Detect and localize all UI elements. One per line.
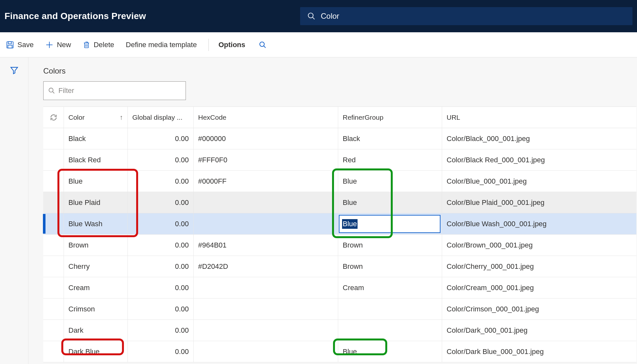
cell-hexcode[interactable] bbox=[194, 341, 338, 362]
cell-url[interactable]: Color/Cream_000_001.jpeg bbox=[442, 277, 636, 298]
col-header-url[interactable]: URL bbox=[442, 107, 636, 128]
cell-refinergroup[interactable]: Blue bbox=[338, 341, 442, 362]
cell-url[interactable]: Color/Blue_000_001.jpeg bbox=[442, 171, 636, 192]
col-header-global-display[interactable]: Global display ... bbox=[128, 107, 194, 128]
table-row[interactable]: Cherry0.00#D2042DBrownColor/Cherry_000_0… bbox=[43, 256, 636, 277]
grid-filter-input[interactable] bbox=[58, 86, 186, 95]
cell-color[interactable]: Blue Plaid bbox=[64, 192, 128, 213]
table-row[interactable]: Blue Plaid0.00BlueColor/Blue Plaid_000_0… bbox=[43, 192, 636, 213]
cell-hexcode[interactable] bbox=[194, 192, 338, 213]
global-search[interactable] bbox=[300, 7, 632, 25]
row-selector[interactable] bbox=[43, 298, 64, 319]
cell-color[interactable]: Cherry bbox=[64, 256, 128, 277]
editing-cell[interactable]: Blue bbox=[339, 215, 440, 233]
cell-hexcode[interactable] bbox=[194, 213, 338, 234]
cell-color[interactable]: Blue Wash bbox=[64, 213, 128, 234]
app-title: Finance and Operations Preview bbox=[5, 11, 146, 21]
cell-hexcode[interactable] bbox=[194, 298, 338, 319]
global-search-input[interactable] bbox=[321, 12, 632, 21]
cell-refinergroup[interactable]: Red bbox=[338, 149, 442, 170]
cell-hexcode[interactable]: #0000FF bbox=[194, 171, 338, 192]
cell-color[interactable]: Brown bbox=[64, 235, 128, 256]
cell-color[interactable]: Dark bbox=[64, 320, 128, 341]
row-selector[interactable] bbox=[43, 256, 64, 277]
cell-global-display[interactable]: 0.00 bbox=[128, 277, 194, 298]
row-selector[interactable] bbox=[43, 171, 64, 192]
cell-url[interactable]: Color/Black_000_001.jpeg bbox=[442, 128, 636, 149]
options-button[interactable]: Options bbox=[208, 39, 247, 51]
cell-hexcode[interactable]: #D2042D bbox=[194, 256, 338, 277]
define-media-template-button[interactable]: Define media template bbox=[125, 39, 198, 51]
cell-refinergroup[interactable]: Blue bbox=[338, 171, 442, 192]
cell-refinergroup[interactable]: Brown bbox=[338, 235, 442, 256]
filter-funnel-icon[interactable] bbox=[10, 66, 19, 364]
cell-url[interactable]: Color/Dark_000_001.jpeg bbox=[442, 320, 636, 341]
row-selector[interactable] bbox=[43, 213, 64, 234]
cell-global-display[interactable]: 0.00 bbox=[128, 128, 194, 149]
toolbar-search-button[interactable] bbox=[256, 39, 270, 51]
row-selector[interactable] bbox=[43, 320, 64, 341]
row-selector[interactable] bbox=[43, 192, 64, 213]
refresh-button[interactable] bbox=[43, 107, 64, 128]
row-selector[interactable] bbox=[43, 341, 64, 362]
cell-url[interactable]: Color/Brown_000_001.jpeg bbox=[442, 235, 636, 256]
cell-refinergroup[interactable]: Blue bbox=[338, 213, 442, 234]
cell-color[interactable]: Cream bbox=[64, 277, 128, 298]
cell-refinergroup[interactable]: Cream bbox=[338, 277, 442, 298]
cell-global-display[interactable]: 0.00 bbox=[128, 149, 194, 170]
grid-filter[interactable] bbox=[43, 81, 186, 100]
cell-refinergroup[interactable] bbox=[338, 320, 442, 341]
cell-hexcode[interactable]: #964B01 bbox=[194, 235, 338, 256]
cell-color[interactable]: Dark Blue bbox=[64, 341, 128, 362]
new-button[interactable]: New bbox=[44, 39, 72, 51]
cell-hexcode[interactable] bbox=[194, 277, 338, 298]
cell-url[interactable]: Color/Blue Plaid_000_001.jpeg bbox=[442, 192, 636, 213]
cell-refinergroup[interactable]: Brown bbox=[338, 256, 442, 277]
cell-global-display[interactable]: 0.00 bbox=[128, 213, 194, 234]
main-pane: Colors Color ↑ Global display ... bbox=[28, 57, 637, 364]
table-row[interactable]: Crimson0.00Color/Crimson_000_001.jpeg bbox=[43, 298, 636, 320]
table-row[interactable]: Black Red0.00#FFF0F0RedColor/Black Red_0… bbox=[43, 149, 636, 171]
table-row[interactable]: Dark Blue0.00BlueColor/Dark Blue_000_001… bbox=[43, 341, 636, 362]
cell-url[interactable]: Color/Cherry_000_001.jpeg bbox=[442, 256, 636, 277]
row-selector[interactable] bbox=[43, 149, 64, 170]
cell-color[interactable]: Blue bbox=[64, 171, 128, 192]
table-row[interactable]: Black0.00#000000BlackColor/Black_000_001… bbox=[43, 128, 636, 149]
cell-refinergroup[interactable] bbox=[338, 298, 442, 319]
cell-global-display[interactable]: 0.00 bbox=[128, 256, 194, 277]
plus-icon bbox=[45, 41, 54, 49]
table-row[interactable]: Dark0.00Color/Dark_000_001.jpeg bbox=[43, 320, 636, 341]
cell-url[interactable]: Color/Crimson_000_001.jpeg bbox=[442, 298, 636, 319]
save-button[interactable]: Save bbox=[5, 39, 35, 51]
selected-text: Blue bbox=[342, 219, 358, 229]
table-row[interactable]: Blue Wash0.00BlueColor/Blue Wash_000_001… bbox=[43, 213, 636, 235]
cell-global-display[interactable]: 0.00 bbox=[128, 298, 194, 319]
cell-hexcode[interactable]: #000000 bbox=[194, 128, 338, 149]
cell-url[interactable]: Color/Blue Wash_000_001.jpeg bbox=[442, 213, 636, 234]
col-header-color[interactable]: Color ↑ bbox=[64, 107, 128, 128]
row-selector[interactable] bbox=[43, 128, 64, 149]
cell-hexcode[interactable]: #FFF0F0 bbox=[194, 149, 338, 170]
cell-color[interactable]: Black Red bbox=[64, 149, 128, 170]
delete-button[interactable]: Delete bbox=[81, 39, 116, 51]
cell-global-display[interactable]: 0.00 bbox=[128, 171, 194, 192]
cell-global-display[interactable]: 0.00 bbox=[128, 320, 194, 341]
cell-global-display[interactable]: 0.00 bbox=[128, 235, 194, 256]
row-selector[interactable] bbox=[43, 277, 64, 298]
cell-refinergroup[interactable]: Blue bbox=[338, 192, 442, 213]
row-selector[interactable] bbox=[43, 235, 64, 256]
cell-hexcode[interactable] bbox=[194, 320, 338, 341]
cell-refinergroup[interactable]: Black bbox=[338, 128, 442, 149]
col-header-hexcode[interactable]: HexCode bbox=[194, 107, 338, 128]
cell-url[interactable]: Color/Dark Blue_000_001.jpeg bbox=[442, 341, 636, 362]
cell-global-display[interactable]: 0.00 bbox=[128, 341, 194, 362]
svg-point-0 bbox=[308, 13, 313, 18]
cell-url[interactable]: Color/Black Red_000_001.jpeg bbox=[442, 149, 636, 170]
cell-color[interactable]: Crimson bbox=[64, 298, 128, 319]
table-row[interactable]: Cream0.00CreamColor/Cream_000_001.jpeg bbox=[43, 277, 636, 298]
table-row[interactable]: Brown0.00#964B01BrownColor/Brown_000_001… bbox=[43, 235, 636, 256]
col-header-refinergroup[interactable]: RefinerGroup bbox=[338, 107, 442, 128]
cell-global-display[interactable]: 0.00 bbox=[128, 192, 194, 213]
table-row[interactable]: Blue0.00#0000FFBlueColor/Blue_000_001.jp… bbox=[43, 171, 636, 192]
cell-color[interactable]: Black bbox=[64, 128, 128, 149]
